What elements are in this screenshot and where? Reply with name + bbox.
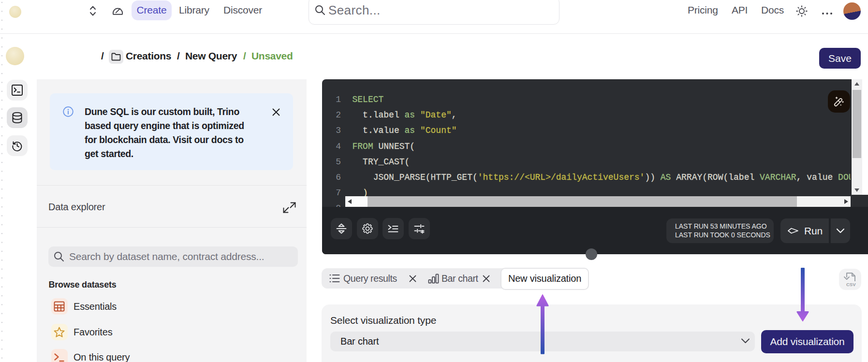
svg-text:CSV: CSV: [846, 282, 856, 287]
